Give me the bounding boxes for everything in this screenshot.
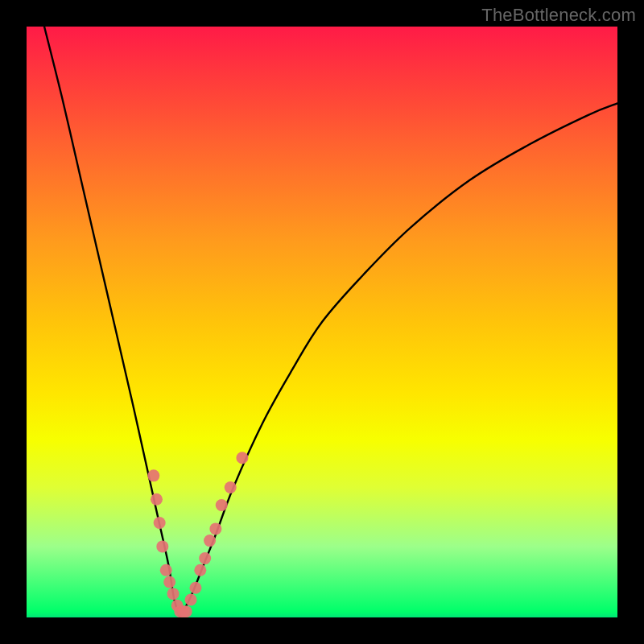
- data-dot: [167, 588, 180, 600]
- data-dot: [189, 582, 201, 594]
- watermark-text: TheBottleneck.com: [481, 5, 636, 26]
- data-dot: [156, 540, 168, 552]
- data-dot: [147, 469, 159, 481]
- bottleneck-curve-right_branch: [180, 103, 617, 617]
- curve-svg: [27, 27, 617, 617]
- data-dot: [163, 576, 175, 588]
- plot-area: [27, 27, 617, 617]
- data-dot: [199, 552, 211, 564]
- data-dot: [151, 493, 163, 506]
- data-dot: [216, 499, 228, 511]
- data-dot: [204, 535, 216, 547]
- data-dot: [180, 605, 192, 617]
- data-dot: [160, 564, 172, 576]
- data-dot: [185, 593, 197, 605]
- data-dot: [154, 517, 166, 529]
- data-dot: [209, 522, 221, 535]
- data-dot: [236, 452, 248, 464]
- data-dot: [194, 564, 206, 576]
- data-dot: [225, 481, 237, 493]
- chart-frame: TheBottleneck.com: [0, 0, 644, 644]
